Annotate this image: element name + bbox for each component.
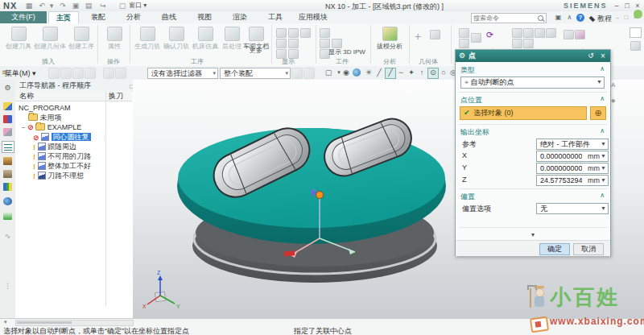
display-icon-4[interactable] (276, 39, 287, 48)
right-ribbon-icon-3[interactable] (471, 33, 481, 43)
cancel-button[interactable]: 取消 (573, 243, 604, 255)
right-ribbon-icon-4[interactable] (512, 28, 522, 38)
toolbar-icon-5[interactable] (103, 68, 114, 79)
app-minimize-button[interactable]: – (612, 2, 621, 10)
tree-row-follow-periphery[interactable]: ! 跟随周边 (15, 142, 150, 151)
assembly-scope-combo[interactable]: 整个装配 ▾ (220, 68, 291, 79)
snap-intersection-icon[interactable]: ✦ (407, 68, 416, 77)
tree-row-nc-program[interactable]: NC_PROGRAM (15, 103, 135, 113)
point-constructor-button[interactable]: ⊕ (590, 106, 606, 120)
snap-rect-icon[interactable]: ▢ (324, 68, 333, 77)
collapse-ribbon-icon[interactable]: ∧ (565, 14, 574, 22)
ribbon-properties-button[interactable]: 属性 (101, 26, 127, 51)
tab-render[interactable]: 渲染 (225, 11, 254, 23)
display-icon-3[interactable] (300, 28, 311, 38)
dialog-reset-icon[interactable]: ↺ (586, 50, 596, 62)
ribbon-draft-analysis-button[interactable]: 拔模分析 (374, 26, 406, 51)
library-icon[interactable] (3, 183, 12, 191)
doc-minimize-button[interactable]: – (613, 14, 621, 22)
right-ribbon-icon-2[interactable] (459, 39, 469, 48)
history-icon[interactable] (3, 170, 12, 178)
x-field[interactable]: 0.0000000000 mm ▼ (536, 151, 609, 162)
toolbar-icon-8[interactable] (303, 68, 315, 79)
tab-analysis[interactable]: 分析 (119, 11, 148, 23)
right-ribbon-icon-6[interactable] (535, 28, 545, 38)
tree-row-overall-bad[interactable]: ! 整体加工不好 (15, 161, 150, 171)
right-edge-folder-icon[interactable] (630, 27, 642, 38)
help-icon[interactable]: ? (576, 14, 584, 22)
app-restore-button[interactable]: □ (622, 2, 632, 10)
sphere-icon[interactable] (353, 68, 361, 77)
toolbar-icon-1[interactable] (48, 68, 60, 79)
snap-midpoint-icon[interactable]: ╱ (385, 68, 396, 79)
ribbon-verify-toolpath-button[interactable]: 确认刀轨 (163, 26, 190, 51)
eye-icon[interactable]: ◉ (341, 68, 351, 77)
machine-tool-navigator-icon[interactable] (3, 157, 12, 165)
location-collapse-icon[interactable]: ∧ (600, 95, 605, 102)
snap-endpoint-icon[interactable]: ╱ (374, 68, 384, 77)
ribbon-create-tool-button[interactable]: 创建刀具 (5, 26, 32, 51)
copy-icon[interactable]: ▣ (71, 2, 80, 10)
assembly-navigator-icon[interactable] (3, 102, 12, 110)
navigator-hscrollbar[interactable] (15, 320, 134, 326)
operation-navigator-tab-icon[interactable] (2, 141, 14, 153)
toolbar-icon-7[interactable] (291, 68, 303, 79)
right-ribbon-icon-11[interactable] (575, 30, 585, 39)
expander-icon[interactable]: − (22, 124, 26, 131)
tab-application[interactable]: 应用模块 (291, 11, 335, 23)
reference-dropdown[interactable]: 绝对 - 工作部件 ▼ (536, 139, 609, 150)
part-navigator-icon[interactable] (3, 128, 12, 136)
menu-button[interactable]: 菜单(M) ▾ (5, 68, 36, 79)
scrollbar-thumb[interactable] (17, 321, 72, 324)
geometry-icon-1[interactable] (430, 30, 440, 39)
web-browser-icon[interactable] (3, 197, 12, 205)
column-tool-change[interactable]: 换刀 (109, 91, 123, 101)
tree-row-selected-operation[interactable]: ⊘ 同心圆往复 (15, 132, 150, 142)
snap-pole-icon[interactable]: ↑ (417, 68, 427, 77)
tree-row-unused[interactable]: 未用项 (15, 113, 145, 122)
tutorial-icon[interactable] (589, 16, 596, 23)
tab-assemblies[interactable]: 装配 (84, 11, 113, 23)
dialog-gear-icon[interactable]: ⚙ (459, 50, 465, 62)
snap-arc-center-icon[interactable]: ⊙ (427, 68, 439, 79)
right-ribbon-icon-5[interactable] (523, 28, 534, 38)
window-menu-button[interactable]: 窗口 ▾ (129, 1, 147, 10)
constraint-navigator-icon[interactable] (3, 115, 12, 123)
undo-dropdown-icon[interactable]: ▾ (47, 2, 56, 10)
command-search[interactable] (471, 13, 547, 23)
orientation-triad[interactable] (147, 275, 175, 304)
display-icon-1[interactable] (276, 28, 287, 38)
right-ribbon-icon-1[interactable] (459, 28, 469, 38)
ribbon-create-geometry-button[interactable]: 创建几何体 (34, 26, 66, 51)
workpiece-icon-1[interactable] (320, 28, 330, 38)
roles-gear-icon[interactable]: ⚙ (2, 83, 13, 93)
tab-home[interactable]: 主页 (48, 11, 79, 24)
tree-row-example[interactable]: − ⊘ EXAMPLE (15, 122, 138, 132)
window-icon[interactable]: ▢ (118, 2, 127, 10)
tab-tools[interactable]: 工具 (261, 11, 290, 23)
display-icon-2[interactable] (288, 28, 299, 38)
search-input[interactable] (472, 14, 538, 23)
toolbar-icon-3[interactable] (72, 68, 84, 79)
navigator-title-bar[interactable]: 工序导航器 - 程序顺序 □ (15, 80, 136, 92)
right-edge-icon[interactable] (630, 41, 641, 51)
save-icon[interactable]: ▦ (24, 2, 34, 10)
ribbon-generate-toolpath-button[interactable]: 生成刀轨 (134, 26, 161, 51)
right-ribbon-icon-10[interactable] (564, 30, 574, 39)
right-ribbon-icon-8[interactable] (512, 39, 522, 48)
snap-curve-icon[interactable]: ～ (396, 68, 406, 77)
dialog-expand-icon[interactable]: ▼ (456, 232, 610, 238)
tab-curve[interactable]: 曲线 (155, 11, 184, 23)
ribbon-postprocess-button[interactable]: 后处理 (221, 26, 243, 51)
purple-refresh-icon[interactable]: ⟳ (486, 30, 493, 40)
coords-collapse-icon[interactable]: ∧ (600, 127, 605, 134)
right-ribbon-icon-9[interactable] (523, 39, 534, 48)
tree-row-path-not-ideal[interactable]: ! 刀路不理想 (15, 171, 150, 180)
tab-view[interactable]: 视图 (190, 11, 219, 23)
forward-icon[interactable]: ↪ (98, 2, 108, 10)
right-ribbon-icon-7[interactable] (546, 28, 556, 38)
snap-circle-icon[interactable]: ○ (439, 68, 448, 77)
offset-option-dropdown[interactable]: 无 ▼ (536, 203, 609, 214)
ribbon-operations-more-button[interactable]: 更多 (246, 46, 266, 55)
resource-bar-collapse-icon[interactable]: ▾ (4, 319, 7, 325)
